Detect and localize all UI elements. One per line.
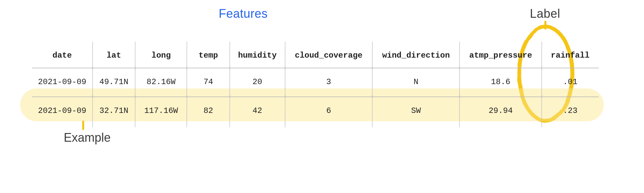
cell-lat: 32.71N: [93, 96, 136, 125]
features-bracket-icon: [39, 29, 448, 45]
table-header-row: date lat long temp humidity cloud_covera…: [32, 44, 599, 68]
cell-atmp-pressure: 18.6: [460, 68, 541, 96]
cell-humidity: 42: [230, 96, 285, 125]
cell-wind-direction: N: [372, 68, 460, 96]
cell-cloud-coverage: 6: [285, 96, 372, 125]
cell-temp: 82: [187, 96, 230, 125]
col-humidity: humidity: [230, 44, 285, 68]
example-annotation-label: Example: [64, 131, 111, 145]
cell-lat: 49.71N: [93, 68, 136, 96]
cell-atmp-pressure: 29.94: [460, 96, 541, 125]
cell-rainfall: .23: [542, 96, 599, 125]
cell-wind-direction: SW: [372, 96, 460, 125]
cell-cloud-coverage: 3: [285, 68, 372, 96]
label-connector-icon: [544, 21, 546, 29]
col-cloud-coverage: cloud_coverage: [285, 44, 372, 68]
cell-date: 2021-09-09: [32, 68, 93, 96]
example-connector-icon: [82, 121, 84, 130]
table-row: 2021-09-09 49.71N 82.16W 74 20 3 N 18.6 …: [32, 68, 599, 96]
cell-humidity: 20: [230, 68, 285, 96]
col-atmp-pressure: atmp_pressure: [460, 44, 541, 68]
col-date: date: [32, 44, 93, 68]
table-row: 2021-09-09 32.71N 117.16W 82 42 6 SW 29.…: [32, 96, 599, 125]
cell-long: 82.16W: [135, 68, 187, 96]
features-annotation-label: Features: [32, 7, 454, 21]
col-long: long: [135, 44, 187, 68]
cell-rainfall: .01: [542, 68, 599, 96]
cell-long: 117.16W: [135, 96, 187, 125]
cell-temp: 74: [187, 68, 230, 96]
data-table: date lat long temp humidity cloud_covera…: [32, 44, 599, 125]
label-annotation-label: Label: [512, 7, 579, 21]
col-temp: temp: [187, 44, 230, 68]
col-rainfall: rainfall: [542, 44, 599, 68]
col-wind-direction: wind_direction: [372, 44, 460, 68]
col-lat: lat: [93, 44, 136, 68]
